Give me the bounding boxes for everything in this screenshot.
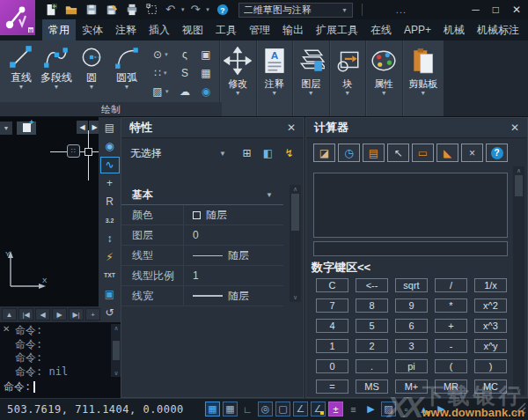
tab-app-plus[interactable]: APP+ [398, 20, 437, 40]
paste-value-icon[interactable]: ▤ [363, 144, 385, 162]
raster-image-icon[interactable]: ▤ [100, 120, 120, 136]
key-divide[interactable]: / [435, 278, 467, 292]
polyline-button[interactable]: 多段线 ▼ [39, 43, 74, 91]
close-icon[interactable]: ✕ [3, 324, 10, 334]
calculator-scrollbar[interactable]: ∧∨ [513, 166, 524, 395]
circle-button[interactable]: 圆 ▼ [74, 43, 109, 91]
resize-grip[interactable] [512, 401, 526, 418]
key-6[interactable]: 6 [395, 319, 428, 333]
lineweight-icon[interactable]: ≡ [346, 402, 361, 416]
chevron-down-icon[interactable]: ▼ [54, 84, 60, 91]
first-tab-icon[interactable]: |◀ [18, 308, 33, 321]
key-5[interactable]: 5 [356, 319, 388, 333]
orbit-icon[interactable]: ↺ [100, 304, 120, 321]
clear-icon[interactable]: × [461, 144, 483, 162]
save-as-icon[interactable] [105, 3, 119, 17]
model-tab-up-icon[interactable]: ▲ [2, 308, 17, 321]
tab-annotate[interactable]: 注释 [109, 19, 143, 41]
chevron-down-icon[interactable]: ▼ [18, 84, 25, 91]
toolbar-overflow-button[interactable]: ... [396, 4, 407, 15]
clipboard-panel-button[interactable]: 剪贴板 ▼ [402, 41, 444, 116]
modify-panel-button[interactable]: 修改 ▼ [219, 41, 256, 116]
close-icon[interactable]: ✕ [510, 122, 519, 134]
view-prev-icon[interactable]: ◀ [77, 121, 88, 134]
pick-point-icon[interactable]: ↖ [387, 144, 409, 162]
basic-section-header[interactable]: 基本 ▼ [121, 186, 283, 205]
close-icon[interactable]: ✕ [287, 122, 296, 134]
properties-scrollbar[interactable]: ∧∨ [290, 185, 301, 302]
viewport-flyout-icon[interactable]: ▼ [0, 122, 12, 135]
polar-tracking-icon[interactable]: ◎ [258, 402, 273, 416]
command-window[interactable]: ✕ 命令: 命令: 命令: 命令: nil ∧∨ 命令: [0, 322, 123, 398]
key-7[interactable]: 7 [316, 298, 348, 313]
dynamic-input-icon[interactable]: ± [328, 402, 343, 416]
measure-distance-icon[interactable]: ▭ [412, 144, 434, 162]
polyline-edit-icon[interactable]: ∿ [100, 157, 120, 173]
history-icon[interactable]: ◷ [338, 144, 360, 162]
key-memory-recall[interactable]: MR [435, 379, 467, 394]
property-row-color[interactable]: 颜色 随层 [121, 205, 283, 225]
hatch-icon[interactable]: ▨▼ [148, 82, 174, 100]
numpad-section-label[interactable]: 数字键区<< [312, 260, 370, 276]
pickadd-toggle-icon[interactable]: ⊞ [238, 145, 256, 162]
sheet-set-icon[interactable]: ▣ [100, 285, 120, 302]
key-multiply[interactable]: * [435, 298, 467, 313]
property-row-linetype-scale[interactable]: 线型比例 1 [121, 266, 283, 286]
key-clear[interactable]: C [316, 278, 348, 292]
chevron-down-icon[interactable]: ▼ [89, 84, 95, 91]
key-2[interactable]: 2 [356, 339, 388, 353]
layers-panel-button[interactable]: 图层 ▼ [292, 41, 329, 116]
tab-tools[interactable]: 工具 [209, 19, 243, 41]
key-close-paren[interactable]: ) [474, 359, 507, 373]
transparency-icon[interactable]: ▨ [381, 402, 396, 416]
calculator-header[interactable]: 计算器 ✕ [306, 118, 527, 138]
calculator-input[interactable] [313, 241, 508, 256]
key-subtract[interactable]: - [435, 339, 467, 353]
undo-flyout-arrow[interactable]: ▾ [181, 6, 185, 13]
point-icon[interactable]: ∷▼ [148, 63, 174, 82]
properties-panel-button[interactable]: 属性 ▼ [365, 41, 402, 116]
maximize-button[interactable]: □ [493, 4, 499, 15]
ortho-icon[interactable]: ∟ [240, 402, 255, 416]
zoom-detail-icon[interactable]: ◉ [100, 138, 120, 155]
property-row-lineweight[interactable]: 线宽 随层 [121, 286, 283, 306]
key-0[interactable]: 0 [316, 359, 348, 373]
workspace-switch-icon[interactable]: ▶ [434, 402, 449, 416]
chevron-down-icon[interactable]: ▼ [124, 84, 130, 91]
save-icon[interactable] [84, 3, 99, 17]
key-cube[interactable]: x^3 [474, 319, 507, 333]
select-objects-icon[interactable]: ◧ [259, 145, 277, 162]
new-view-button[interactable] [17, 122, 36, 135]
tab-view[interactable]: 视图 [176, 19, 209, 41]
key-memory-store[interactable]: MS [356, 379, 388, 394]
annotate-panel-button[interactable]: A 注释 ▼ [256, 41, 293, 116]
multileader-icon[interactable]: ⚡ [100, 248, 120, 265]
text-style-icon[interactable]: TXT [100, 267, 120, 284]
redo-icon[interactable]: ↷ [190, 4, 200, 16]
tab-mech-annotate[interactable]: 机械标注 [471, 19, 525, 41]
key-decimal[interactable]: . [356, 359, 388, 373]
key-memory-add[interactable]: M+ [395, 379, 428, 394]
properties-header[interactable]: 特性 ✕ [121, 118, 304, 138]
key-memory-clear[interactable]: MC [474, 379, 507, 394]
open-folder-icon[interactable] [64, 3, 78, 17]
tab-home[interactable]: 常用 [42, 19, 76, 41]
tab-mechanical[interactable]: 机械 [437, 19, 471, 41]
angle-snap-icon[interactable]: ∠ [293, 402, 308, 416]
ellipse-icon[interactable]: ⊙▼ [148, 45, 174, 63]
tab-insert[interactable]: 插入 [143, 19, 176, 41]
property-row-linetype[interactable]: 线型 随层 [121, 246, 283, 266]
key-equals[interactable]: = [316, 379, 348, 394]
selection-dropdown[interactable]: 无选择 ▼ ⊞ ◧ ↯ [121, 142, 304, 165]
tab-manage[interactable]: 管理 [243, 19, 276, 41]
last-tab-icon[interactable]: ▶| [69, 308, 84, 321]
clear-display-icon[interactable]: ◪ [313, 144, 335, 162]
line-button[interactable]: 直线 ▼ [4, 43, 39, 91]
snap-icon[interactable]: ▦ [223, 402, 238, 416]
help-icon[interactable]: ? [486, 144, 508, 162]
isoplane-icon[interactable]: ▶ [363, 402, 378, 416]
tab-output[interactable]: 输出 [276, 19, 310, 41]
key-power[interactable]: x^y [474, 339, 507, 353]
revision-cloud-icon[interactable]: ☁ [174, 82, 195, 100]
next-tab-icon[interactable]: ▶ [52, 308, 67, 321]
